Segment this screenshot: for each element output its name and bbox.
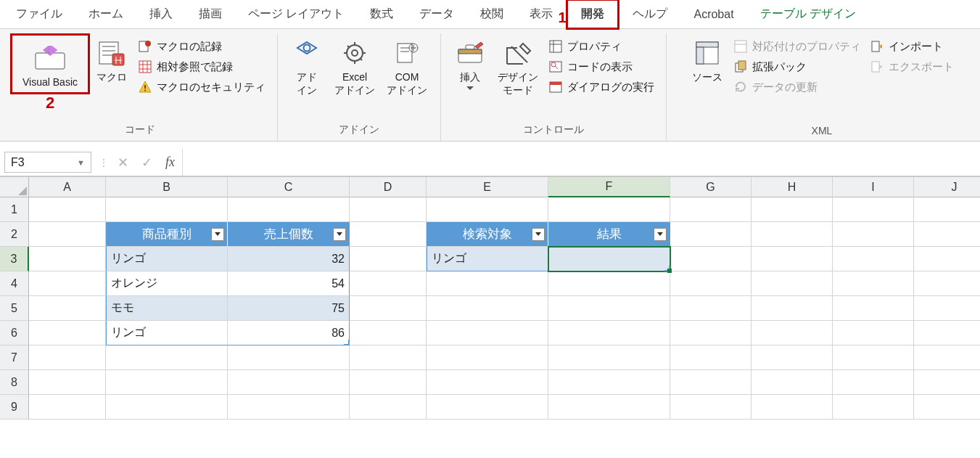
cell[interactable] — [548, 197, 670, 222]
use-relative-button[interactable]: 相対参照で記録 — [133, 57, 270, 77]
cell[interactable] — [752, 197, 833, 222]
col-header[interactable]: B — [106, 177, 228, 197]
cell[interactable] — [833, 296, 914, 321]
macro-security-button[interactable]: マクロのセキュリティ — [133, 77, 270, 97]
filter-button[interactable] — [532, 228, 545, 241]
cell[interactable]: 75 — [228, 296, 350, 321]
cell[interactable] — [350, 345, 427, 370]
tab-file[interactable]: ファイル — [3, 1, 75, 28]
cell[interactable] — [914, 321, 980, 345]
tab-review[interactable]: 校閲 — [467, 1, 516, 28]
expansion-packs-button[interactable]: 拡張パック — [729, 57, 865, 77]
cell[interactable] — [29, 222, 106, 247]
cell[interactable] — [914, 247, 980, 271]
cell[interactable] — [833, 321, 914, 345]
cell[interactable] — [670, 197, 752, 222]
cell[interactable]: 86 — [228, 321, 350, 345]
table-resize-handle[interactable] — [344, 340, 350, 345]
cell[interactable] — [427, 296, 548, 321]
cell[interactable] — [350, 222, 427, 247]
tab-draw[interactable]: 描画 — [186, 1, 235, 28]
cell[interactable] — [752, 395, 833, 420]
row-header[interactable]: 3 — [0, 247, 29, 271]
col-header[interactable]: J — [914, 177, 980, 197]
cell[interactable]: リンゴ — [106, 247, 228, 271]
cell[interactable] — [833, 271, 914, 296]
cell[interactable] — [106, 197, 228, 222]
table-header[interactable]: 結果 — [548, 222, 670, 247]
cell[interactable] — [752, 370, 833, 395]
cell[interactable] — [29, 345, 106, 370]
filter-button[interactable] — [211, 228, 224, 241]
filter-button[interactable] — [654, 228, 667, 241]
col-header[interactable]: D — [350, 177, 427, 197]
cell[interactable] — [670, 222, 752, 247]
formula-input[interactable] — [183, 149, 980, 176]
cell[interactable] — [29, 296, 106, 321]
filter-button[interactable] — [333, 228, 346, 241]
col-header[interactable]: E — [427, 177, 548, 197]
cell[interactable] — [29, 197, 106, 222]
row-header[interactable]: 5 — [0, 296, 29, 321]
cell[interactable] — [350, 197, 427, 222]
cancel-icon[interactable]: ✕ — [118, 155, 128, 171]
cell[interactable]: 54 — [228, 271, 350, 296]
cell[interactable] — [548, 321, 670, 345]
cell[interactable] — [752, 321, 833, 345]
cell[interactable] — [228, 370, 350, 395]
col-header[interactable]: C — [228, 177, 350, 197]
grip-icon[interactable]: ⋮ — [97, 149, 110, 176]
cell[interactable] — [427, 271, 548, 296]
tab-formulas[interactable]: 数式 — [357, 1, 406, 28]
col-header[interactable]: I — [833, 177, 914, 197]
col-header[interactable]: A — [29, 177, 106, 197]
cell[interactable] — [427, 370, 548, 395]
row-header[interactable]: 1 — [0, 197, 29, 222]
cell[interactable] — [752, 296, 833, 321]
fx-icon[interactable]: fx — [165, 155, 175, 170]
cell[interactable] — [752, 345, 833, 370]
cell-active[interactable] — [548, 247, 670, 271]
tab-acrobat[interactable]: Acrobat — [680, 2, 746, 27]
view-code-button[interactable]: コードの表示 — [544, 57, 659, 77]
cell[interactable] — [833, 345, 914, 370]
row-header[interactable]: 6 — [0, 321, 29, 345]
cell[interactable] — [548, 395, 670, 420]
cell[interactable] — [350, 370, 427, 395]
cell[interactable] — [914, 395, 980, 420]
cell[interactable] — [914, 222, 980, 247]
cell[interactable] — [29, 321, 106, 345]
com-addins-button[interactable]: COMアドイン — [381, 33, 433, 97]
cell[interactable] — [29, 395, 106, 420]
tab-data[interactable]: データ — [406, 1, 467, 28]
cell[interactable] — [29, 271, 106, 296]
cell[interactable] — [670, 271, 752, 296]
chevron-down-icon[interactable]: ▼ — [77, 158, 85, 167]
cell[interactable] — [29, 370, 106, 395]
cell[interactable] — [670, 296, 752, 321]
design-mode-button[interactable]: デザインモード — [492, 33, 544, 97]
tab-insert[interactable]: 挿入 — [136, 1, 186, 28]
row-header[interactable]: 4 — [0, 271, 29, 296]
macros-button[interactable]: マクロ — [90, 33, 133, 84]
tab-help[interactable]: ヘルプ — [619, 1, 680, 28]
cell[interactable] — [670, 345, 752, 370]
excel-addins-button[interactable]: Excelアドイン — [329, 33, 381, 97]
cell[interactable] — [29, 247, 106, 271]
cell[interactable] — [670, 370, 752, 395]
cell[interactable] — [548, 345, 670, 370]
cell[interactable] — [350, 321, 427, 345]
cell[interactable] — [670, 247, 752, 271]
cell[interactable] — [350, 271, 427, 296]
name-box[interactable]: F3 ▼ — [4, 152, 91, 173]
cell[interactable] — [833, 247, 914, 271]
accept-icon[interactable]: ✓ — [141, 155, 152, 171]
cell[interactable] — [548, 296, 670, 321]
cell[interactable] — [548, 271, 670, 296]
cell[interactable] — [228, 395, 350, 420]
cell[interactable] — [350, 395, 427, 420]
cell[interactable] — [670, 395, 752, 420]
row-header[interactable]: 7 — [0, 345, 29, 370]
visual-basic-button[interactable]: Visual Basic — [17, 38, 83, 89]
run-dialog-button[interactable]: ダイアログの実行 — [544, 77, 659, 97]
